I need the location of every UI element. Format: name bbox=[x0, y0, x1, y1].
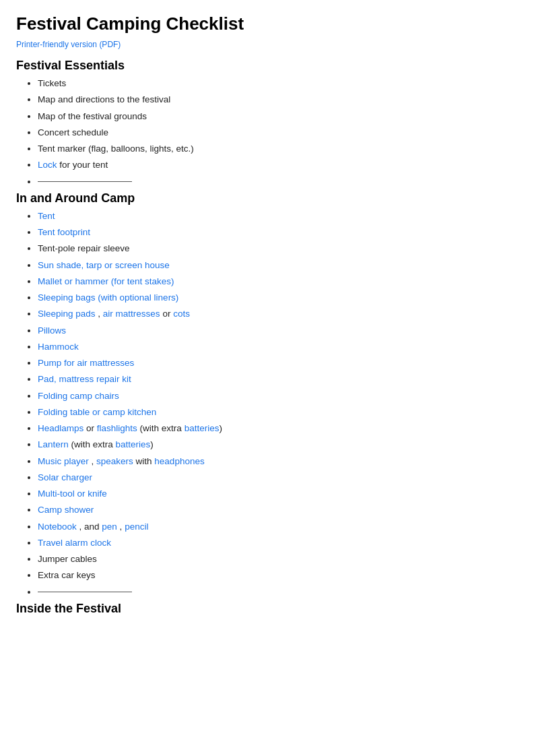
pad-repair-link[interactable]: Pad, mattress repair kit bbox=[38, 374, 131, 384]
lock-link[interactable]: Lock bbox=[38, 160, 57, 170]
list-item: Hammock bbox=[38, 340, 518, 354]
cots-link[interactable]: cots bbox=[173, 309, 190, 319]
list-item: Extra car keys bbox=[38, 569, 518, 582]
tent-link[interactable]: Tent bbox=[38, 211, 55, 221]
list-item: Solar charger bbox=[38, 471, 518, 484]
travel-alarm-link[interactable]: Travel alarm clock bbox=[38, 538, 111, 548]
section-heading-festival-essentials: Festival Essentials bbox=[16, 59, 518, 73]
list-item: Tent-pole repair sleeve bbox=[38, 242, 518, 255]
pencil-link[interactable]: pencil bbox=[125, 522, 148, 532]
list-item: Sleeping bags (with optional liners) bbox=[38, 291, 518, 305]
list-item: Lantern (with extra batteries) bbox=[38, 438, 518, 451]
pump-link[interactable]: Pump for air mattresses bbox=[38, 358, 134, 368]
headphones-link[interactable]: headphones bbox=[154, 456, 204, 466]
mallet-link[interactable]: Mallet or hammer (for tent stakes) bbox=[38, 276, 174, 286]
air-mattresses-link[interactable]: air mattresses bbox=[103, 309, 160, 319]
section-heading-inside-festival: Inside the Festival bbox=[16, 602, 518, 616]
list-item: Mallet or hammer (for tent stakes) bbox=[38, 275, 518, 288]
sleeping-bags-link[interactable]: Sleeping bags (with optional liners) bbox=[38, 292, 178, 303]
list-item: Multi-tool or knife bbox=[38, 487, 518, 501]
list-item: Tent bbox=[38, 210, 518, 223]
list-item-blank bbox=[38, 586, 518, 599]
pillows-link[interactable]: Pillows bbox=[38, 325, 66, 336]
notebook-link[interactable]: Notebook bbox=[38, 522, 77, 532]
tent-footprint-link[interactable]: Tent footprint bbox=[38, 227, 90, 237]
list-item: Travel alarm clock bbox=[38, 536, 518, 550]
list-item: Music player , speakers with headphones bbox=[38, 455, 518, 468]
folding-chairs-link[interactable]: Folding camp chairs bbox=[38, 391, 119, 401]
list-item-blank bbox=[38, 175, 518, 189]
list-item: Notebook , and pen , pencil bbox=[38, 520, 518, 534]
pen-link[interactable]: pen bbox=[102, 522, 117, 532]
sun-shade-link[interactable]: Sun shade, tarp or screen house bbox=[38, 260, 170, 270]
hammock-link[interactable]: Hammock bbox=[38, 342, 79, 352]
lantern-link[interactable]: Lantern bbox=[38, 439, 69, 449]
music-player-link[interactable]: Music player bbox=[38, 456, 89, 466]
in-around-camp-list: Tent Tent footprint Tent-pole repair sle… bbox=[16, 210, 518, 599]
list-item: Jumper cables bbox=[38, 553, 518, 566]
festival-essentials-list: Tickets Map and directions to the festiv… bbox=[16, 77, 518, 189]
folding-table-link[interactable]: Folding table or camp kitchen bbox=[38, 407, 156, 417]
batteries-link-1[interactable]: batteries bbox=[185, 423, 220, 433]
blank-line bbox=[38, 181, 132, 182]
list-item: Lock for your tent bbox=[38, 158, 518, 172]
list-item: Sleeping pads , air mattresses or cots bbox=[38, 307, 518, 321]
list-item: Folding table or camp kitchen bbox=[38, 406, 518, 419]
page-title: Festival Camping Checklist bbox=[16, 13, 518, 34]
list-item: Concert schedule bbox=[38, 126, 518, 139]
list-item: Pump for air mattresses bbox=[38, 356, 518, 370]
list-item: Camp shower bbox=[38, 503, 518, 517]
multi-tool-link[interactable]: Multi-tool or knife bbox=[38, 489, 107, 499]
section-heading-in-around-camp: In and Around Camp bbox=[16, 191, 518, 206]
pdf-link[interactable]: Printer-friendly version (PDF) bbox=[16, 40, 121, 49]
list-item: Tickets bbox=[38, 77, 518, 90]
list-item: Pad, mattress repair kit bbox=[38, 373, 518, 386]
list-item: Folding camp chairs bbox=[38, 389, 518, 403]
list-item: Map and directions to the festival bbox=[38, 93, 518, 106]
camp-shower-link[interactable]: Camp shower bbox=[38, 505, 94, 515]
list-item: Sun shade, tarp or screen house bbox=[38, 259, 518, 272]
list-item: Headlamps or flashlights (with extra bat… bbox=[38, 422, 518, 435]
list-item: Map of the festival grounds bbox=[38, 110, 518, 123]
speakers-link[interactable]: speakers bbox=[96, 456, 133, 466]
headlamps-link[interactable]: Headlamps bbox=[38, 423, 84, 433]
list-item: Tent footprint bbox=[38, 226, 518, 239]
sleeping-pads-link[interactable]: Sleeping pads bbox=[38, 309, 96, 319]
flashlights-link[interactable]: flashlights bbox=[97, 423, 137, 433]
batteries-link-2[interactable]: batteries bbox=[116, 439, 151, 449]
blank-line-2 bbox=[38, 592, 132, 592]
list-item: Pillows bbox=[38, 324, 518, 338]
list-item: Tent marker (flag, balloons, lights, etc… bbox=[38, 142, 518, 156]
solar-charger-link[interactable]: Solar charger bbox=[38, 472, 92, 482]
